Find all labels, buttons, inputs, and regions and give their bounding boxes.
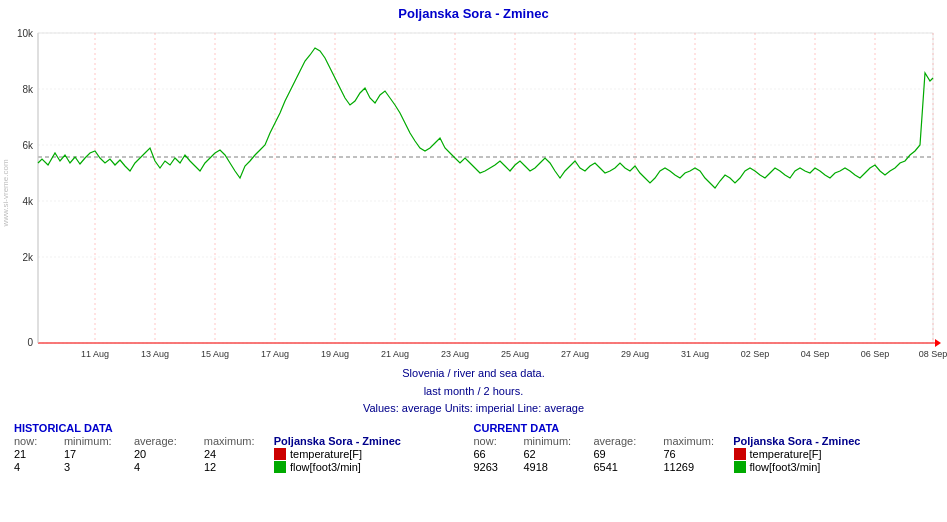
curr-row-flow: 9263 4918 6541 11269 flow[foot3/min]	[474, 461, 934, 473]
hist-now-temp: 21	[14, 448, 64, 460]
hist-row-temp: 21 17 20 24 temperature[F]	[14, 448, 474, 460]
current-title: CURRENT DATA	[474, 422, 934, 434]
svg-text:31 Aug: 31 Aug	[681, 349, 709, 359]
curr-min-temp: 62	[524, 448, 594, 460]
svg-text:2k: 2k	[22, 252, 34, 263]
hist-min-flow: 3	[64, 461, 134, 473]
hist-header-name: Poljanska Sora - Zminec	[274, 435, 474, 447]
svg-text:29 Aug: 29 Aug	[621, 349, 649, 359]
info-line-3: Values: average Units: imperial Line: av…	[0, 400, 947, 418]
svg-text:23 Aug: 23 Aug	[441, 349, 469, 359]
curr-avg-temp: 69	[594, 448, 664, 460]
svg-text:0: 0	[27, 337, 33, 348]
svg-text:13 Aug: 13 Aug	[141, 349, 169, 359]
svg-text:17 Aug: 17 Aug	[261, 349, 289, 359]
current-header-row: now: minimum: average: maximum: Poljansk…	[474, 435, 934, 447]
svg-text:02 Sep: 02 Sep	[741, 349, 770, 359]
curr-flow-color-box	[734, 461, 746, 473]
curr-header-name: Poljanska Sora - Zminec	[733, 435, 933, 447]
svg-text:11 Aug: 11 Aug	[81, 349, 109, 359]
svg-text:15 Aug: 15 Aug	[201, 349, 229, 359]
svg-text:www.si-vreme.com: www.si-vreme.com	[1, 159, 10, 227]
hist-now-flow: 4	[14, 461, 64, 473]
curr-avg-flow: 6541	[594, 461, 664, 473]
curr-header-min: minimum:	[523, 435, 593, 447]
svg-text:8k: 8k	[22, 84, 34, 95]
hist-max-temp: 24	[204, 448, 274, 460]
curr-now-temp: 66	[474, 448, 524, 460]
chart-wrapper: www.si-vreme.com	[0, 23, 947, 363]
curr-min-flow: 4918	[524, 461, 594, 473]
historical-title: HISTORICAL DATA	[14, 422, 474, 434]
historical-section: HISTORICAL DATA now: minimum: average: m…	[14, 422, 474, 474]
main-container: Poljanska Sora - Zminec www.si-vreme.com	[0, 0, 947, 522]
svg-text:27 Aug: 27 Aug	[561, 349, 589, 359]
data-tables: HISTORICAL DATA now: minimum: average: m…	[0, 418, 947, 478]
temp-color-box	[274, 448, 286, 460]
chart-info: Slovenia / river and sea data. last mont…	[0, 365, 947, 418]
curr-now-flow: 9263	[474, 461, 524, 473]
svg-text:06 Sep: 06 Sep	[861, 349, 890, 359]
curr-header-max: maximum:	[663, 435, 733, 447]
curr-header-avg: average:	[593, 435, 663, 447]
svg-marker-49	[935, 339, 941, 347]
svg-rect-4	[38, 33, 933, 343]
hist-header-min: minimum:	[64, 435, 134, 447]
svg-text:4k: 4k	[22, 196, 34, 207]
hist-avg-temp: 20	[134, 448, 204, 460]
historical-header-row: now: minimum: average: maximum: Poljansk…	[14, 435, 474, 447]
info-line-2: last month / 2 hours.	[0, 383, 947, 401]
hist-type-flow: flow[foot3/min]	[290, 461, 361, 473]
hist-header-avg: average:	[134, 435, 204, 447]
svg-text:6k: 6k	[22, 140, 34, 151]
svg-text:21 Aug: 21 Aug	[381, 349, 409, 359]
flow-color-box	[274, 461, 286, 473]
curr-max-temp: 76	[664, 448, 734, 460]
chart-svg: 0 2k 4k 6k 8k 10k 11 Aug 13 Aug 15 Aug 1…	[0, 23, 947, 363]
hist-min-temp: 17	[64, 448, 134, 460]
current-section: CURRENT DATA now: minimum: average: maxi…	[474, 422, 934, 474]
hist-header-max: maximum:	[204, 435, 274, 447]
curr-type-temp: temperature[F]	[750, 448, 822, 460]
info-line-1: Slovenia / river and sea data.	[0, 365, 947, 383]
curr-header-now: now:	[474, 435, 524, 447]
curr-max-flow: 11269	[664, 461, 734, 473]
svg-text:19 Aug: 19 Aug	[321, 349, 349, 359]
svg-text:10k: 10k	[17, 28, 34, 39]
hist-row-flow: 4 3 4 12 flow[foot3/min]	[14, 461, 474, 473]
chart-title: Poljanska Sora - Zminec	[0, 0, 947, 23]
curr-temp-color-box	[734, 448, 746, 460]
curr-type-flow: flow[foot3/min]	[750, 461, 821, 473]
hist-header-now: now:	[14, 435, 64, 447]
svg-text:25 Aug: 25 Aug	[501, 349, 529, 359]
svg-text:04 Sep: 04 Sep	[801, 349, 830, 359]
hist-avg-flow: 4	[134, 461, 204, 473]
hist-max-flow: 12	[204, 461, 274, 473]
svg-text:08 Sep: 08 Sep	[919, 349, 947, 359]
curr-row-temp: 66 62 69 76 temperature[F]	[474, 448, 934, 460]
hist-type-temp: temperature[F]	[290, 448, 362, 460]
